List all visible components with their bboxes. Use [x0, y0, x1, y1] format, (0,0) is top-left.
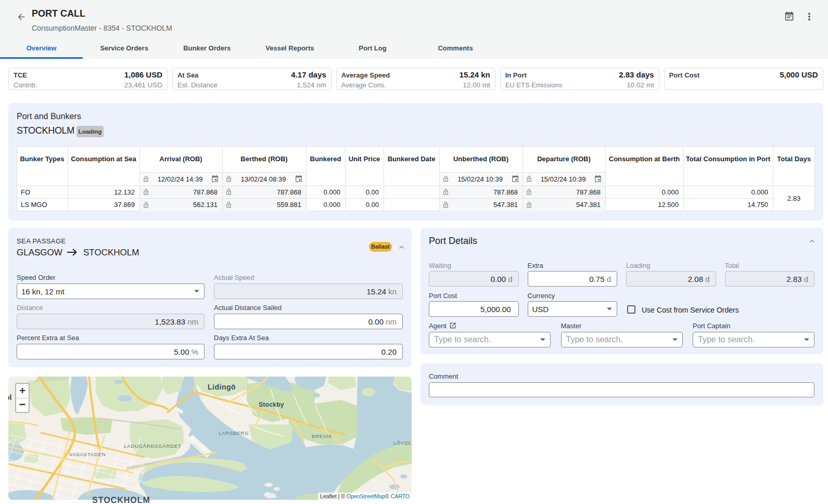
svg-text:LADUGÅRDSGÄRDET: LADUGÅRDSGÄRDET: [124, 443, 182, 449]
svg-text:BREVIK: BREVIK: [312, 433, 333, 439]
svg-text:LÖVBER: LÖVBER: [393, 440, 412, 446]
svg-text:Stockby: Stockby: [259, 401, 284, 408]
svg-text:VASASTADEN: VASASTADEN: [69, 451, 106, 457]
svg-text:Lidingö: Lidingö: [208, 383, 236, 391]
svg-text:ol: ol: [8, 393, 11, 402]
svg-text:LARSBERG: LARSBERG: [219, 430, 249, 436]
